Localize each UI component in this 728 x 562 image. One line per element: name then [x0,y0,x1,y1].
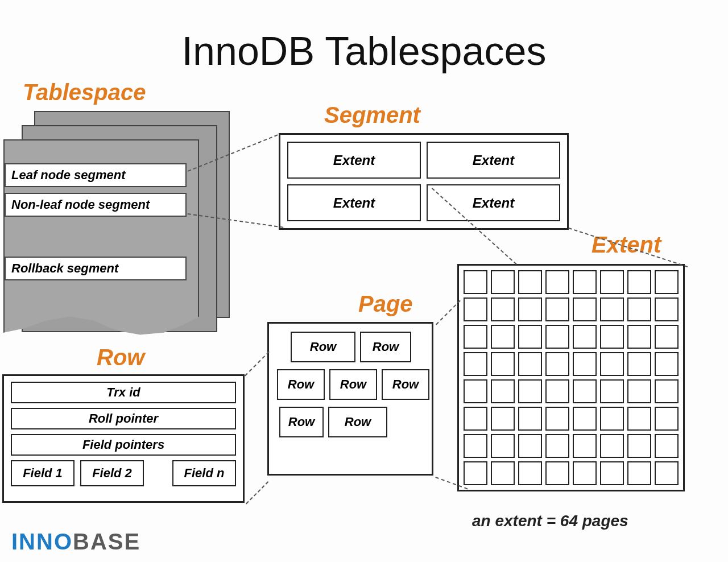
page-row-cell: Row [360,332,411,362]
extent-page-cell [573,407,597,431]
row-trx-id: Trx id [11,382,236,403]
extent-page-cell [464,407,487,431]
extent-page-cell [655,297,679,321]
extent-page-cell [464,379,487,403]
segment-extent-cell: Extent [287,184,421,221]
extent-page-cell [545,407,569,431]
extent-page-cell [573,434,597,458]
logo-inno: INNO [11,529,73,554]
extent-page-cell [518,352,542,376]
extent-page-cell [627,461,651,485]
extent-page-cell [491,379,515,403]
label-page: Page [358,291,413,317]
extent-page-cell [545,270,569,294]
extent-page-cell [627,352,651,376]
extent-page-cell [655,379,679,403]
extent-page-cell [545,352,569,376]
extent-page-cell [464,325,487,349]
extent-page-cell [600,297,624,321]
label-tablespace: Tablespace [23,80,146,105]
extent-page-cell [464,434,487,458]
tablespace-item-leaf: Leaf node segment [5,163,187,187]
label-row: Row [97,345,144,370]
extent-page-cell [573,379,597,403]
extent-page-cell [627,325,651,349]
tablespace-item-rollback: Rollback segment [5,257,187,280]
extent-page-cell [491,352,515,376]
extent-page-cell [518,434,542,458]
extent-page-cell [573,461,597,485]
extent-page-cell [545,434,569,458]
page-title: InnoDB Tablespaces [0,28,728,74]
extent-page-cell [491,270,515,294]
extent-page-cell [573,297,597,321]
extent-page-cell [518,379,542,403]
page-row-cell: Row [279,407,324,437]
page-row-cell: Row [382,369,429,400]
extent-page-cell [464,297,487,321]
extent-page-cell [545,297,569,321]
extent-page-cell [627,270,651,294]
extent-page-cell [545,379,569,403]
extent-page-cell [655,270,679,294]
footnote-extent: an extent = 64 pages [472,512,628,530]
extent-page-cell [655,352,679,376]
extent-page-cell [518,297,542,321]
label-segment: Segment [324,102,420,128]
extent-page-cell [545,461,569,485]
extent-page-cell [491,297,515,321]
segment-extent-cell: Extent [427,184,560,221]
page-row-cell: Row [277,369,325,400]
extent-page-cell [545,325,569,349]
extent-page-cell [600,461,624,485]
tablespace-item-nonleaf: Non-leaf node segment [5,193,187,217]
page-box: Row Row Row Row Row Row Row [267,322,433,476]
row-field-n: Field n [172,460,236,486]
row-field-2: Field 2 [80,460,144,486]
page-row-cell: Row [291,332,355,362]
segment-extent-cell: Extent [427,142,560,179]
logo-base: BASE [73,529,140,554]
extent-page-cell [655,461,679,485]
extent-page-cell [627,407,651,431]
connector-line [245,352,270,377]
extent-page-cell [518,407,542,431]
extent-page-cell [464,352,487,376]
extent-page-cell [600,379,624,403]
segment-box: Extent Extent Extent Extent [279,133,569,230]
extent-page-cell [600,434,624,458]
extent-page-cell [491,407,515,431]
logo-innobase: INNOBASE [11,529,140,555]
extent-page-cell [491,461,515,485]
row-roll-pointer: Roll pointer [11,408,236,429]
extent-page-cell [573,270,597,294]
page-row-cell: Row [328,407,387,437]
extent-page-cell [600,352,624,376]
extent-page-cell [573,352,597,376]
extent-page-cell [491,325,515,349]
extent-page-cell [518,325,542,349]
extent-page-cell [627,434,651,458]
extent-page-cell [518,270,542,294]
extent-page-cell [600,325,624,349]
extent-page-cell [491,434,515,458]
tablespace-sheet-front: Leaf node segment Non-leaf node segment … [3,139,199,341]
extent-page-cell [573,325,597,349]
row-field-1: Field 1 [11,460,75,486]
extent-page-cell [600,270,624,294]
row-field-pointers: Field pointers [11,434,236,456]
extent-box [457,264,685,491]
extent-page-cell [655,434,679,458]
extent-page-cell [655,407,679,431]
page-row-cell: Row [329,369,377,400]
row-box: Trx id Roll pointer Field pointers Field… [2,374,245,503]
extent-page-cell [464,461,487,485]
extent-page-cell [518,461,542,485]
extent-page-cell [464,270,487,294]
segment-extent-cell: Extent [287,142,421,179]
connector-line [246,481,268,504]
extent-page-cell [627,379,651,403]
extent-page-cell [655,325,679,349]
extent-page-cell [627,297,651,321]
extent-page-cell [600,407,624,431]
